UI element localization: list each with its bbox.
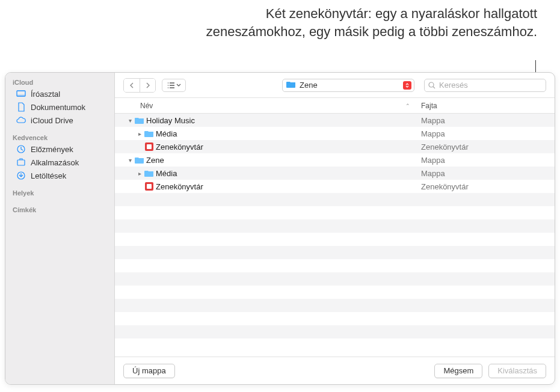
chevron-down-icon: [176, 84, 181, 87]
disclosure-triangle-icon[interactable]: ▾: [126, 157, 134, 164]
sidebar-section-tags: Címkék: [5, 204, 114, 215]
table-row[interactable]: ▾Holiday MusicMappa: [115, 114, 555, 127]
forward-button[interactable]: [140, 79, 155, 92]
sidebar-item-downloads[interactable]: Letöltések: [5, 169, 114, 182]
column-name[interactable]: Név ⌃: [115, 102, 416, 110]
file-name: Zenekönyvtár: [155, 182, 416, 191]
sidebar-item-documents[interactable]: Dokumentumok: [5, 100, 114, 114]
main-area: Zene Keresés Név ⌃ Fajta: [115, 73, 555, 384]
search-placeholder: Keresés: [439, 81, 468, 90]
svg-point-5: [429, 82, 434, 87]
file-list: ▾Holiday MusicMappa▸MédiaMappaZenekönyvt…: [115, 114, 555, 357]
file-kind: Mappa: [416, 116, 555, 125]
download-icon: [16, 171, 26, 180]
toolbar: Zene Keresés: [115, 73, 555, 98]
file-name: Média: [155, 169, 416, 178]
table-row[interactable]: ZenekönyvtárZenekönyvtár: [115, 180, 555, 193]
cloud-icon: [16, 115, 26, 125]
cancel-button[interactable]: Mégsem: [434, 364, 482, 378]
popup-chevrons-icon: [403, 81, 411, 90]
dialog-footer: Új mappa Mégsem Kiválasztás: [115, 357, 555, 384]
sidebar-item-recents[interactable]: Előzmények: [5, 142, 114, 156]
clock-icon: [16, 144, 26, 154]
search-icon: [428, 82, 435, 89]
sidebar-item-label: iCloud Drive: [31, 116, 73, 125]
finder-dialog: iCloud Íróasztal Dokumentumok iCloud Dri…: [5, 72, 555, 385]
doc-icon: [16, 102, 26, 112]
search-input[interactable]: Keresés: [424, 79, 546, 92]
file-kind: Zenekönyvtár: [416, 182, 555, 191]
sidebar-section-locations: Helyek: [5, 187, 114, 198]
disclosure-triangle-icon[interactable]: ▸: [135, 170, 144, 177]
nav-group: [123, 78, 156, 93]
file-name: Holiday Music: [145, 116, 416, 125]
path-label: Zene: [300, 81, 318, 90]
table-row[interactable]: ▸MédiaMappa: [115, 167, 555, 180]
desktop-icon: [16, 89, 26, 99]
file-kind: Mappa: [416, 129, 555, 138]
apps-icon: [16, 158, 26, 167]
column-kind[interactable]: Fajta: [416, 102, 555, 110]
folder-icon: [144, 170, 155, 177]
disclosure-triangle-icon[interactable]: ▾: [126, 117, 134, 124]
path-popup[interactable]: Zene: [282, 79, 414, 92]
sidebar: iCloud Íróasztal Dokumentumok iCloud Dri…: [5, 73, 115, 384]
file-kind: Mappa: [416, 169, 555, 178]
column-headers: Név ⌃ Fajta: [115, 98, 555, 114]
file-kind: Mappa: [416, 156, 555, 165]
sidebar-section-favorites: Kedvencek: [5, 132, 114, 142]
folder-icon: [134, 156, 145, 164]
annotation-caption: Két zenekönyvtár: egy a nyaraláskor hall…: [200, 5, 537, 40]
column-name-label: Név: [140, 102, 153, 110]
library-file-icon: [144, 182, 155, 191]
file-name: Zene: [145, 156, 416, 165]
back-button[interactable]: [124, 79, 140, 92]
table-row[interactable]: ▸MédiaMappa: [115, 127, 555, 140]
list-icon: [167, 82, 175, 89]
file-kind: Zenekönyvtár: [416, 142, 555, 152]
disclosure-triangle-icon[interactable]: ▸: [135, 130, 144, 137]
sidebar-item-applications[interactable]: Alkalmazások: [5, 156, 114, 169]
choose-button[interactable]: Kiválasztás: [488, 364, 546, 378]
folder-icon: [134, 117, 145, 124]
sidebar-item-label: Íróasztal: [31, 90, 60, 99]
folder-icon: [144, 130, 155, 137]
sidebar-item-label: Letöltések: [31, 171, 66, 180]
sidebar-item-label: Alkalmazások: [31, 158, 79, 167]
table-row[interactable]: ▾ZeneMappa: [115, 153, 555, 167]
library-file-icon: [144, 142, 155, 151]
sidebar-item-label: Előzmények: [31, 145, 73, 154]
sidebar-item-label: Dokumentumok: [31, 103, 85, 112]
folder-icon: [286, 81, 296, 90]
sidebar-item-icloud-drive[interactable]: iCloud Drive: [5, 114, 114, 127]
sidebar-section-icloud: iCloud: [5, 76, 114, 87]
sidebar-item-desktop[interactable]: Íróasztal: [5, 87, 114, 100]
table-row[interactable]: ZenekönyvtárZenekönyvtár: [115, 140, 555, 153]
new-folder-button[interactable]: Új mappa: [123, 364, 175, 378]
column-kind-label: Fajta: [421, 102, 437, 110]
file-name: Média: [155, 129, 416, 138]
file-name: Zenekönyvtár: [155, 142, 416, 152]
sort-caret-icon: ⌃: [405, 103, 410, 109]
view-mode-button[interactable]: [162, 79, 186, 92]
svg-rect-3: [17, 160, 25, 165]
svg-rect-1: [17, 94, 25, 96]
